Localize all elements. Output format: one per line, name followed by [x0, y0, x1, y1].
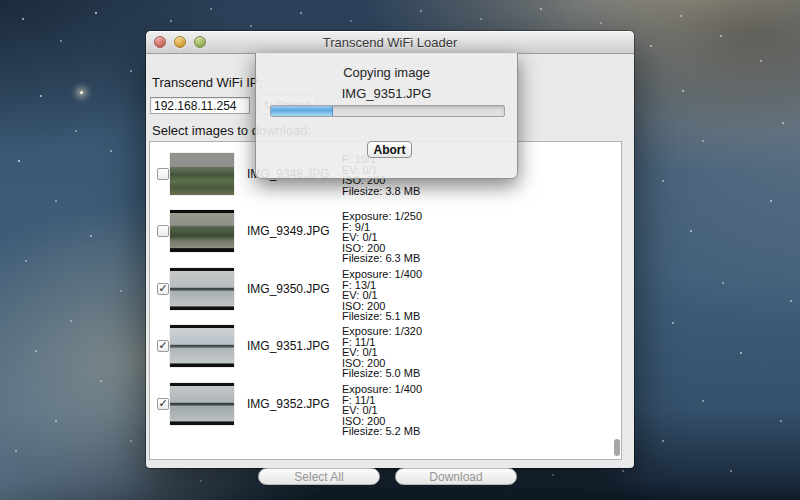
ip-input[interactable]	[150, 97, 250, 114]
app-window: Transcend WiFi Loader Transcend WiFi IP:…	[146, 31, 634, 468]
scrollbar-thumb[interactable]	[614, 439, 620, 456]
exif-info: Exposure: 1/400 F: 11/1 EV: 0/1 ISO: 200…	[342, 384, 422, 437]
image-filename: IMG_9349.JPG	[247, 224, 330, 238]
image-row[interactable]: IMG_9349.JPG Exposure: 1/250 F: 9/1 EV: …	[150, 207, 621, 259]
copy-progress-sheet: Copying image IMG_9351.JPG Abort	[255, 53, 518, 179]
image-checkbox[interactable]	[157, 340, 169, 352]
image-checkbox[interactable]	[157, 398, 169, 410]
exif-info: Exposure: 1/400 F: 13/1 EV: 0/1 ISO: 200…	[342, 269, 422, 322]
sheet-filename: IMG_9351.JPG	[256, 86, 517, 101]
image-checkbox[interactable]	[157, 225, 169, 237]
window-title: Transcend WiFi Loader	[146, 35, 634, 50]
image-checkbox[interactable]	[157, 283, 169, 295]
abort-button[interactable]: Abort	[367, 141, 412, 158]
image-thumbnail	[170, 153, 234, 195]
desktop: Transcend WiFi Loader Transcend WiFi IP:…	[0, 0, 800, 500]
image-row[interactable]: IMG_9351.JPG Exposure: 1/320 F: 11/1 EV:…	[150, 322, 621, 374]
image-filename: IMG_9352.JPG	[247, 397, 330, 411]
image-checkbox[interactable]	[157, 168, 169, 180]
star-field	[0, 0, 2, 2]
image-thumbnail	[170, 325, 234, 367]
image-thumbnail	[170, 210, 234, 252]
image-list: IMG_9348.JPG F: 10/1 EV: 0/1 ISO: 200 Fi…	[149, 141, 622, 460]
exif-info: Exposure: 1/250 F: 9/1 EV: 0/1 ISO: 200 …	[342, 211, 422, 264]
image-filename: IMG_9350.JPG	[247, 282, 330, 296]
progress-fill	[271, 106, 333, 116]
select-all-button[interactable]: Select All	[258, 468, 380, 485]
window-titlebar[interactable]: Transcend WiFi Loader	[146, 31, 634, 54]
sheet-title: Copying image	[256, 65, 517, 80]
exif-info: Exposure: 1/320 F: 11/1 EV: 0/1 ISO: 200…	[342, 326, 422, 379]
progress-bar	[270, 105, 505, 117]
download-button[interactable]: Download	[395, 468, 517, 485]
image-row[interactable]: IMG_9350.JPG Exposure: 1/400 F: 13/1 EV:…	[150, 265, 621, 317]
image-filename: IMG_9351.JPG	[247, 339, 330, 353]
image-row[interactable]: IMG_9352.JPG Exposure: 1/400 F: 11/1 EV:…	[150, 380, 621, 432]
image-thumbnail	[170, 383, 234, 425]
image-thumbnail	[170, 268, 234, 310]
bright-star	[80, 91, 83, 94]
ip-label: Transcend WiFi IP:	[152, 75, 262, 90]
